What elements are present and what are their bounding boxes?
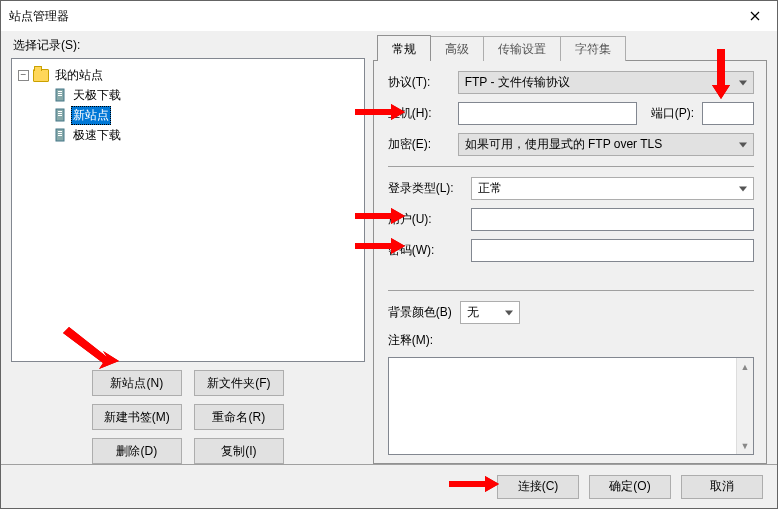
password-label: 密码(W): <box>388 242 463 259</box>
new-folder-button[interactable]: 新文件夹(F) <box>194 370 284 396</box>
rename-button[interactable]: 重命名(R) <box>194 404 284 430</box>
tab-general[interactable]: 常规 <box>377 35 431 61</box>
bgcolor-value: 无 <box>467 304 479 321</box>
svg-rect-2 <box>58 93 62 94</box>
chevron-down-icon <box>505 310 513 315</box>
protocol-value: FTP - 文件传输协议 <box>465 74 570 91</box>
delete-button[interactable]: 删除(D) <box>92 438 182 464</box>
svg-rect-10 <box>58 133 62 134</box>
tab-panel-general: 协议(T): FTP - 文件传输协议 主机(H): 端口(P): 加密(E):… <box>373 60 767 464</box>
notes-label: 注释(M): <box>388 332 754 349</box>
chevron-down-icon <box>739 186 747 191</box>
notes-textarea[interactable]: ▲ ▼ <box>388 357 754 455</box>
select-record-label: 选择记录(S): <box>13 37 365 54</box>
tree-item-label: 天极下载 <box>71 86 123 105</box>
logon-combo[interactable]: 正常 <box>471 177 754 200</box>
tab-charset[interactable]: 字符集 <box>560 36 626 61</box>
tree-item-label: 新站点 <box>71 106 111 125</box>
tab-bar: 常规 高级 传输设置 字符集 <box>373 37 767 61</box>
chevron-down-icon <box>739 142 747 147</box>
copy-button[interactable]: 复制(I) <box>194 438 284 464</box>
new-site-button[interactable]: 新站点(N) <box>92 370 182 396</box>
host-row: 主机(H): 端口(P): <box>388 102 754 125</box>
folder-icon <box>33 69 49 82</box>
bgcolor-row: 背景颜色(B) 无 <box>388 301 754 324</box>
svg-rect-11 <box>58 135 62 136</box>
server-icon <box>53 108 67 122</box>
port-input[interactable] <box>702 102 754 125</box>
right-pane: 常规 高级 传输设置 字符集 协议(T): FTP - 文件传输协议 主机(H)… <box>373 37 767 464</box>
svg-rect-6 <box>58 113 62 114</box>
tree-item-label: 极速下载 <box>71 126 123 145</box>
svg-rect-9 <box>58 131 62 132</box>
logon-value: 正常 <box>478 180 502 197</box>
encryption-value: 如果可用，使用显式的 FTP over TLS <box>465 136 663 153</box>
host-input[interactable] <box>458 102 637 125</box>
user-input[interactable] <box>471 208 754 231</box>
divider <box>388 166 754 167</box>
tree-item[interactable]: 天极下载 <box>16 85 360 105</box>
bottom-bar: 连接(C) 确定(O) 取消 <box>1 464 777 508</box>
protocol-combo[interactable]: FTP - 文件传输协议 <box>458 71 754 94</box>
tree-item[interactable]: 极速下载 <box>16 125 360 145</box>
tree-root-label: 我的站点 <box>53 66 105 85</box>
content-area: 选择记录(S): − 我的站点 天极下载 新站点 <box>1 31 777 464</box>
server-icon <box>53 128 67 142</box>
cancel-button[interactable]: 取消 <box>681 475 763 499</box>
password-input[interactable] <box>471 239 754 262</box>
tab-transfer[interactable]: 传输设置 <box>483 36 561 61</box>
svg-rect-1 <box>58 91 62 92</box>
left-buttons: 新站点(N) 新文件夹(F) 新建书签(M) 重命名(R) 删除(D) 复制(I… <box>11 370 365 464</box>
tree-item[interactable]: 新站点 <box>16 105 360 125</box>
connect-button[interactable]: 连接(C) <box>497 475 579 499</box>
scrollbar[interactable]: ▲ ▼ <box>736 358 753 454</box>
svg-rect-5 <box>58 111 62 112</box>
ok-button[interactable]: 确定(O) <box>589 475 671 499</box>
host-label: 主机(H): <box>388 105 450 122</box>
server-icon <box>53 88 67 102</box>
divider <box>388 290 754 291</box>
protocol-label: 协议(T): <box>388 74 450 91</box>
scroll-down-icon[interactable]: ▼ <box>737 437 753 454</box>
site-tree[interactable]: − 我的站点 天极下载 新站点 极速下载 <box>11 58 365 362</box>
protocol-row: 协议(T): FTP - 文件传输协议 <box>388 71 754 94</box>
bgcolor-combo[interactable]: 无 <box>460 301 520 324</box>
user-row: 用户(U): <box>388 208 754 231</box>
site-manager-window: 站点管理器 选择记录(S): − 我的站点 天极下载 <box>0 0 778 509</box>
window-title: 站点管理器 <box>9 8 69 25</box>
collapse-toggle[interactable]: − <box>18 70 29 81</box>
logon-row: 登录类型(L): 正常 <box>388 177 754 200</box>
user-label: 用户(U): <box>388 211 463 228</box>
close-icon <box>750 11 760 21</box>
svg-rect-3 <box>58 95 62 96</box>
svg-rect-7 <box>58 115 62 116</box>
logon-label: 登录类型(L): <box>388 180 463 197</box>
encryption-label: 加密(E): <box>388 136 450 153</box>
tree-root-row[interactable]: − 我的站点 <box>16 65 360 85</box>
port-label: 端口(P): <box>651 105 694 122</box>
notes-wrap: ▲ ▼ <box>388 357 754 455</box>
new-bookmark-button[interactable]: 新建书签(M) <box>92 404 182 430</box>
password-row: 密码(W): <box>388 239 754 262</box>
left-pane: 选择记录(S): − 我的站点 天极下载 新站点 <box>11 37 365 464</box>
bgcolor-label: 背景颜色(B) <box>388 304 452 321</box>
chevron-down-icon <box>739 80 747 85</box>
scroll-up-icon[interactable]: ▲ <box>737 358 753 375</box>
close-button[interactable] <box>732 1 777 31</box>
tab-advanced[interactable]: 高级 <box>430 36 484 61</box>
titlebar: 站点管理器 <box>1 1 777 31</box>
encryption-row: 加密(E): 如果可用，使用显式的 FTP over TLS <box>388 133 754 156</box>
encryption-combo[interactable]: 如果可用，使用显式的 FTP over TLS <box>458 133 754 156</box>
